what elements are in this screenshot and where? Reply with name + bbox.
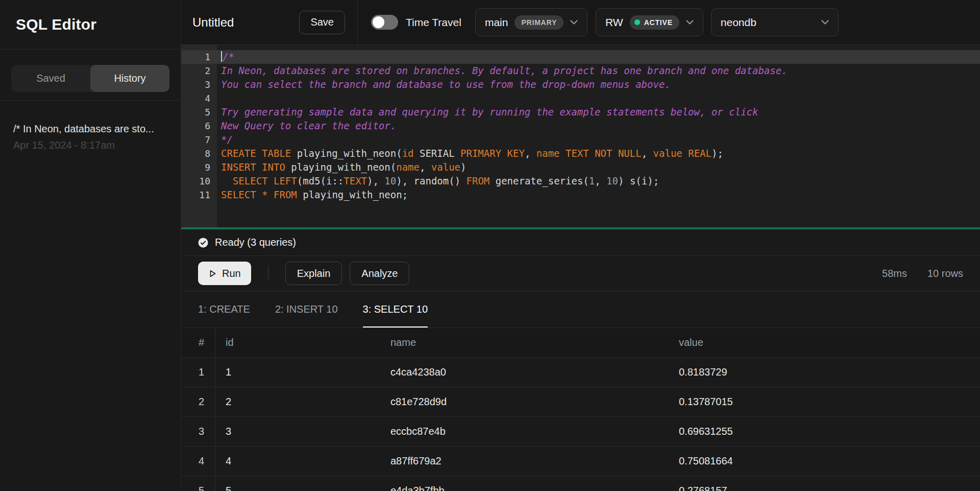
chevron-down-icon (686, 20, 694, 25)
cell-col-id: 3 (215, 426, 390, 437)
compute-dropdown[interactable]: RW ACTIVE (596, 8, 703, 36)
sidebar-tab-saved[interactable]: Saved (11, 65, 90, 92)
query-duration: 58ms (882, 268, 907, 279)
topbar: Untitled Save Time Travel main PRIMARY R… (181, 0, 980, 45)
result-tab-1[interactable]: 1: CREATE (198, 291, 250, 328)
code-line-7[interactable]: 7*/ (181, 133, 980, 147)
cell-col-value: 0.8183729 (679, 366, 980, 378)
code-line-4[interactable]: 4 (181, 91, 980, 105)
database-dropdown[interactable]: neondb (711, 8, 839, 36)
table-row[interactable]: 11c4ca4238a00.8183729 (181, 358, 980, 387)
code-line-1[interactable]: 1/* (181, 50, 980, 64)
editor-lines: 1/*2In Neon, databases are stored on bra… (181, 45, 980, 202)
table-row[interactable]: 44a87ff679a20.75081664 (181, 447, 980, 476)
code-line-11[interactable]: 11SELECT * FROM playing_with_neon; (181, 188, 980, 202)
branch-name: main (485, 16, 508, 29)
cell-col-id: 4 (215, 455, 390, 467)
cell-col-name: e4da3b7fbb (390, 485, 679, 491)
result-tab-2[interactable]: 2: INSERT 10 (275, 291, 338, 328)
cell-col-name: eccbc87e4b (390, 426, 679, 437)
cell-col-rownum: 4 (181, 447, 215, 476)
branch-primary-badge: PRIMARY (514, 15, 564, 30)
code-token: In Neon, databases are stored on branche… (221, 65, 788, 76)
code-line-5[interactable]: 5Try generating sample data and querying… (181, 105, 980, 119)
code-token: PRIMARY KEY (460, 148, 525, 159)
code-token: ) s(i); (618, 175, 659, 186)
history-item-title: /* In Neon, databases are sto... (13, 123, 167, 135)
code-line-8[interactable]: 8CREATE TABLE playing_with_neon(id SERIA… (181, 147, 980, 160)
actions-bar: Run Explain Analyze 58ms 10 rows (181, 256, 980, 291)
result-tab-3[interactable]: 3: SELECT 10 (363, 291, 428, 328)
compute-status-badge: ACTIVE (630, 15, 679, 30)
code-token: generate_series( (489, 175, 589, 186)
result-tabs: 1: CREATE2: INSERT 103: SELECT 10 (181, 291, 980, 328)
code-token: playing_with_neon( (285, 161, 396, 173)
code-content: /* (217, 50, 234, 64)
code-editor[interactable]: 1/*2In Neon, databases are stored on bra… (181, 45, 980, 227)
compute-name: RW (605, 16, 623, 29)
run-button[interactable]: Run (198, 262, 251, 285)
chevron-down-icon (570, 20, 578, 25)
analyze-button[interactable]: Analyze (350, 262, 409, 285)
code-line-9[interactable]: 9INSERT INTO playing_with_neon(name, val… (181, 160, 980, 174)
cell-col-id: 2 (215, 396, 390, 408)
code-content: New Query to clear the editor. (217, 119, 396, 133)
code-line-10[interactable]: 10 SELECT LEFT(md5(i::TEXT), 10), random… (181, 174, 980, 188)
save-button[interactable]: Save (299, 11, 345, 34)
code-content: INSERT INTO playing_with_neon(name, valu… (217, 160, 467, 174)
page-title: SQL Editor (16, 16, 96, 33)
cell-col-value: 0.2768157 (679, 485, 980, 491)
code-token: ); (712, 148, 723, 159)
history-item-date: Apr 15, 2024 - 8:17am (13, 139, 167, 151)
code-token: ) (460, 161, 466, 173)
sidebar-tab-history[interactable]: History (90, 65, 169, 92)
code-token: FROM (467, 175, 490, 186)
code-content: CREATE TABLE playing_with_neon(id SERIAL… (217, 147, 723, 160)
compute-status-text: ACTIVE (644, 18, 673, 27)
line-number: 11 (181, 188, 217, 202)
code-line-2[interactable]: 2In Neon, databases are stored on branch… (181, 64, 980, 78)
code-token (268, 189, 274, 200)
main-panel: Untitled Save Time Travel main PRIMARY R… (181, 0, 980, 491)
explain-button[interactable]: Explain (285, 262, 342, 285)
branch-dropdown[interactable]: main PRIMARY (475, 8, 587, 36)
code-token: playing_with_neon( (291, 148, 402, 159)
text-cursor (221, 51, 222, 62)
line-number: 7 (181, 133, 217, 147)
table-row[interactable]: 22c81e728d9d0.13787015 (181, 387, 980, 417)
cell-col-rownum: 2 (181, 387, 215, 416)
code-content (217, 91, 221, 105)
query-title[interactable]: Untitled (192, 15, 234, 30)
line-number: 10 (181, 174, 217, 188)
line-number: 8 (181, 147, 217, 160)
code-token: You can select the branch and database t… (221, 79, 671, 90)
line-number: 9 (181, 160, 217, 174)
code-line-6[interactable]: 6New Query to clear the editor. (181, 119, 980, 133)
code-token: , (642, 148, 653, 159)
code-line-3[interactable]: 3You can select the branch and database … (181, 78, 980, 91)
cell-col-id: 5 (215, 485, 390, 491)
code-token: TEXT (344, 175, 367, 186)
code-token: value (431, 161, 460, 173)
time-travel-toggle[interactable] (371, 15, 398, 30)
line-number: 5 (181, 105, 217, 119)
history-list-item[interactable]: /* In Neon, databases are sto... Apr 15,… (0, 101, 181, 151)
cell-col-name: c4ca4238a0 (390, 366, 679, 378)
table-row[interactable]: 55e4da3b7fbb0.2768157 (181, 476, 980, 491)
code-content: SELECT * FROM playing_with_neon; (217, 188, 408, 202)
table-row[interactable]: 33eccbc87e4b0.69631255 (181, 417, 980, 447)
code-token: playing_with_neon; (297, 189, 408, 200)
sidebar-tabs: SavedHistory (11, 65, 169, 92)
header-col-rownum: # (181, 328, 215, 357)
code-token: CREATE TABLE (221, 148, 291, 159)
database-name: neondb (721, 16, 756, 29)
toggle-knob (373, 16, 384, 28)
code-token: name (396, 161, 420, 173)
topbar-divider (357, 0, 358, 45)
code-token: SERIAL (414, 148, 461, 159)
line-number: 6 (181, 119, 217, 133)
line-number: 1 (181, 50, 217, 64)
status-bar: Ready (3 queries) (181, 229, 980, 256)
check-circle-icon (198, 238, 208, 248)
code-token: 10 (384, 175, 396, 186)
